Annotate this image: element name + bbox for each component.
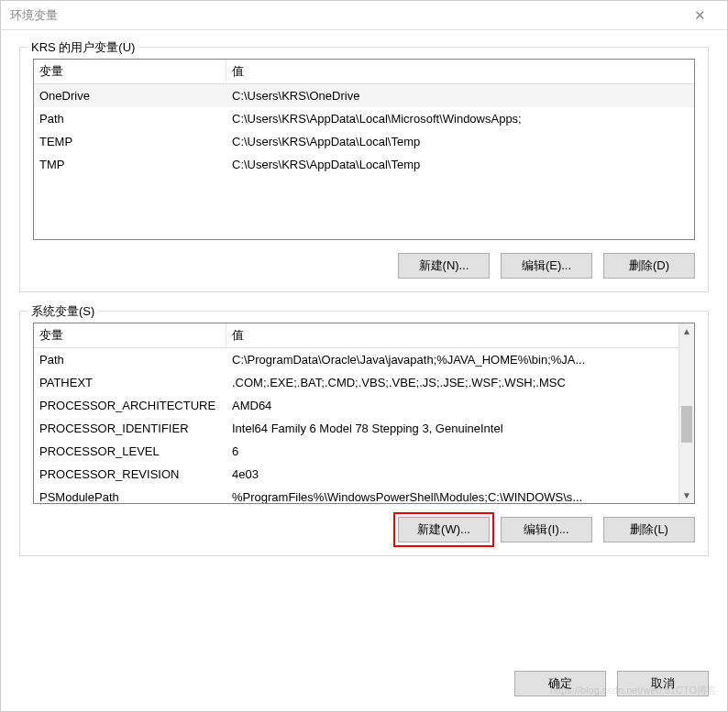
table-row[interactable]: PROCESSOR_ARCHITECTURE AMD64 [34, 394, 678, 417]
env-vars-dialog: 环境变量 ✕ KRS 的用户变量(U) 变量 值 OneDrive C:\Use… [0, 0, 728, 712]
system-variables-table[interactable]: 变量 值 Path C:\ProgramData\Oracle\Java\jav… [33, 323, 695, 504]
user-new-button[interactable]: 新建(N)... [398, 253, 490, 279]
system-button-row: 新建(W)... 编辑(I)... 删除(L) [33, 517, 695, 542]
scroll-up-icon[interactable]: ▲ [679, 323, 694, 339]
table-row[interactable]: PROCESSOR_LEVEL 6 [34, 440, 678, 463]
cell-var: Path [34, 351, 226, 368]
table-row[interactable]: PROCESSOR_IDENTIFIER Intel64 Family 6 Mo… [34, 417, 678, 440]
cell-val: 4e03 [226, 466, 678, 483]
cell-val: C:\Users\KRS\OneDrive [226, 87, 694, 104]
titlebar: 环境变量 ✕ [1, 1, 727, 30]
table-row[interactable]: PATHEXT .COM;.EXE;.BAT;.CMD;.VBS;.VBE;.J… [34, 371, 678, 394]
system-table-header: 变量 值 [34, 323, 694, 348]
user-group-label: KRS 的用户变量(U) [28, 39, 138, 56]
cell-val: .COM;.EXE;.BAT;.CMD;.VBS;.VBE;.JS;.JSE;.… [226, 374, 678, 391]
cell-var: Path [34, 110, 226, 127]
cell-val: C:\Users\KRS\AppData\Local\Temp [226, 133, 694, 150]
system-header-variable[interactable]: 变量 [34, 323, 226, 347]
cell-val: AMD64 [226, 397, 678, 414]
cell-var: PROCESSOR_ARCHITECTURE [34, 397, 226, 414]
ok-button[interactable]: 确定 [514, 671, 606, 696]
cell-var: PATHEXT [34, 374, 226, 391]
system-delete-button[interactable]: 删除(L) [603, 517, 695, 542]
cell-val: Intel64 Family 6 Model 78 Stepping 3, Ge… [226, 420, 678, 437]
table-row[interactable]: Path C:\ProgramData\Oracle\Java\javapath… [34, 348, 678, 371]
scroll-down-icon[interactable]: ▼ [679, 487, 694, 503]
system-variables-group: 系统变量(S) 变量 值 Path C:\ProgramData\Oracle\… [19, 311, 709, 556]
cell-var: TEMP [34, 133, 226, 150]
table-row[interactable]: PROCESSOR_REVISION 4e03 [34, 463, 678, 486]
table-row[interactable]: Path C:\Users\KRS\AppData\Local\Microsof… [34, 107, 694, 130]
user-variables-group: KRS 的用户变量(U) 变量 值 OneDrive C:\Users\KRS\… [19, 47, 709, 292]
user-button-row: 新建(N)... 编辑(E)... 删除(D) [33, 253, 695, 279]
cell-var: PROCESSOR_LEVEL [34, 443, 226, 460]
cell-var: PSModulePath [34, 488, 226, 504]
user-table-header: 变量 值 [34, 60, 694, 84]
window-title: 环境变量 [10, 7, 681, 24]
system-header-value[interactable]: 值 [226, 323, 694, 347]
table-row[interactable]: TMP C:\Users\KRS\AppData\Local\Temp [34, 153, 694, 176]
cell-val: %ProgramFiles%\WindowsPowerShell\Modules… [226, 488, 678, 504]
user-edit-button[interactable]: 编辑(E)... [501, 253, 592, 279]
scroll-thumb[interactable] [681, 406, 692, 443]
cell-val: C:\ProgramData\Oracle\Java\javapath;%JAV… [226, 351, 678, 368]
content-area: KRS 的用户变量(U) 变量 值 OneDrive C:\Users\KRS\… [1, 30, 727, 662]
system-group-label: 系统变量(S) [28, 303, 98, 320]
user-table-body: OneDrive C:\Users\KRS\OneDrive Path C:\U… [34, 84, 694, 176]
cell-val: 6 [226, 443, 678, 460]
cell-var: TMP [34, 156, 226, 173]
user-variables-table[interactable]: 变量 值 OneDrive C:\Users\KRS\OneDrive Path… [33, 59, 695, 240]
user-header-value[interactable]: 值 [226, 60, 694, 83]
cell-var: PROCESSOR_REVISION [34, 466, 226, 483]
cell-val: C:\Users\KRS\AppData\Local\Temp [226, 156, 694, 173]
cell-var: OneDrive [34, 87, 226, 104]
system-table-body: Path C:\ProgramData\Oracle\Java\javapath… [34, 348, 694, 504]
cell-var: PROCESSOR_IDENTIFIER [34, 420, 226, 437]
table-row[interactable]: OneDrive C:\Users\KRS\OneDrive [34, 84, 694, 107]
system-scrollbar[interactable]: ▲ ▼ [678, 323, 694, 503]
cancel-button[interactable]: 取消 [617, 671, 709, 696]
cell-val: C:\Users\KRS\AppData\Local\Microsoft\Win… [226, 110, 694, 127]
dialog-footer: 确定 取消 [1, 662, 727, 711]
table-row[interactable]: TEMP C:\Users\KRS\AppData\Local\Temp [34, 130, 694, 153]
system-edit-button[interactable]: 编辑(I)... [501, 517, 592, 542]
user-header-variable[interactable]: 变量 [34, 60, 226, 83]
user-delete-button[interactable]: 删除(D) [603, 253, 695, 279]
system-new-button[interactable]: 新建(W)... [398, 517, 490, 542]
table-row[interactable]: PSModulePath %ProgramFiles%\WindowsPower… [34, 486, 678, 504]
close-icon[interactable]: ✕ [681, 7, 718, 24]
